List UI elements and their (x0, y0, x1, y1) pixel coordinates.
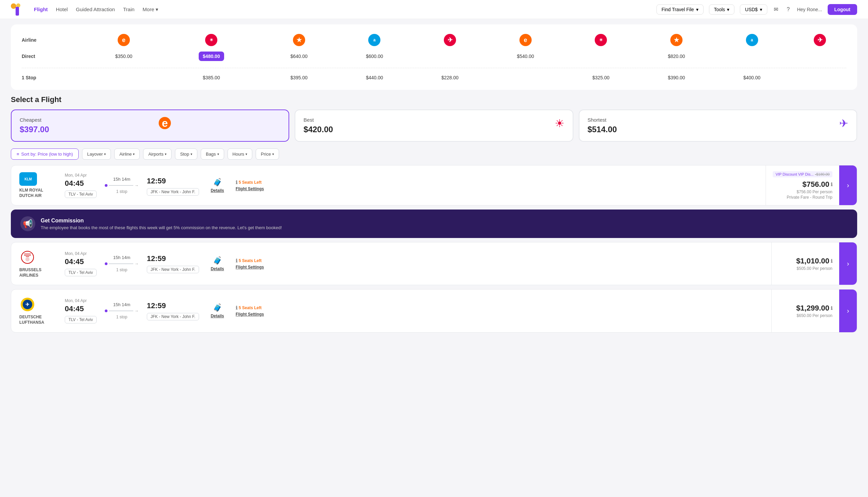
currency-btn[interactable]: USD$ ▾ (740, 4, 767, 15)
flight-settings-2[interactable]: Flight Settings (236, 265, 264, 270)
airline-name-2: BRUSSELSAIRLINES (19, 268, 41, 278)
per-person-2: $505.00 Per person (797, 266, 833, 271)
direct-price-2[interactable]: $480.00 (161, 49, 261, 64)
chevron-down-icon: ▾ (156, 6, 158, 13)
select-flight-btn-3[interactable]: › (839, 289, 857, 332)
logout-button[interactable]: Logout (828, 4, 857, 15)
svg-text:✈: ✈ (26, 302, 29, 307)
airline-header: Airline (18, 31, 86, 49)
main-price-2: $1,010.00 ℹ (796, 257, 833, 266)
direct-price-6[interactable]: $540.00 (487, 49, 563, 64)
mail-icon[interactable]: ✉ (773, 6, 780, 13)
fare-type-1: Private Fare - Round Trip (787, 195, 833, 200)
best-price: $420.00 (303, 125, 333, 134)
line-dot-icon-2 (105, 262, 108, 265)
stop-price-8[interactable]: $390.00 (639, 72, 714, 83)
select-flight-btn-1[interactable]: › (839, 166, 857, 205)
layover-filter[interactable]: Layover▾ (82, 148, 111, 160)
nav-guided[interactable]: Guided Attraction (76, 6, 115, 12)
find-travel-btn[interactable]: Find Travel File ▾ (656, 4, 703, 15)
cheapest-card[interactable]: Cheapest $397.00 e (11, 110, 289, 142)
direct-price-3[interactable]: $640.00 (261, 49, 337, 64)
direct-price-4[interactable]: $600.00 (337, 49, 412, 64)
flight-main-2: BRUSSELSAIRLINES Mon, 04 Apr 04:45 TLV -… (11, 242, 771, 285)
arrow-right-icon-2: → (134, 261, 139, 266)
details-label-1[interactable]: Details (211, 188, 224, 193)
chevron-down-icon: ▾ (696, 7, 698, 12)
airline-logo-9: a (714, 31, 790, 49)
stop-price-4[interactable]: $440.00 (337, 72, 412, 83)
arrow-right-icon: → (134, 183, 139, 188)
direct-price-1[interactable]: $350.00 (86, 49, 162, 64)
user-greeting: Hey Rone... (797, 7, 822, 12)
nav-more[interactable]: More ▾ (143, 6, 158, 13)
arrive-time-1: 12:59 (147, 176, 199, 185)
logo-icon (11, 3, 23, 16)
airline-info-1: KLM KLM ROYALDUTCH AIR (19, 172, 57, 198)
flight-settings-3[interactable]: Flight Settings (236, 312, 264, 317)
details-3[interactable]: 🧳 Details (207, 303, 228, 318)
flight-duration-3: 15h 14m → 1 stop (105, 302, 139, 320)
airline-filter[interactable]: Airline▾ (114, 148, 140, 160)
chevron-down-icon: ▾ (133, 152, 134, 156)
airports-filter[interactable]: Airports▾ (143, 148, 172, 160)
select-flight-section: Select a Flight Cheapest $397.00 e Best … (11, 95, 857, 332)
chevron-down-icon: ▾ (245, 152, 247, 156)
sort-icon: ≡ (17, 152, 19, 157)
tools-btn[interactable]: Tools ▾ (709, 4, 735, 15)
nav-train[interactable]: Train (123, 6, 134, 12)
direct-price-8[interactable]: $820.00 (639, 49, 714, 64)
airline-logo-7: ☀ (563, 31, 639, 49)
stop-price-3[interactable]: $395.00 (261, 72, 337, 83)
stop-price-5[interactable]: $228.00 (412, 72, 488, 83)
details-label-3[interactable]: Details (211, 314, 224, 318)
vip-badge-1: VIP Discount VIP Dis... -$180.00 (773, 171, 833, 177)
shortest-card[interactable]: Shortest $514.00 ✈ (579, 110, 857, 142)
seats-left-2: ℹ 5 Seats Left (236, 258, 261, 264)
flight-settings-1[interactable]: Flight Settings (236, 186, 264, 191)
hours-filter[interactable]: Hours▾ (228, 148, 253, 160)
details-2[interactable]: 🧳 Details (207, 256, 228, 271)
best-label: Best (303, 117, 333, 123)
chevron-down-icon: ▾ (165, 152, 167, 156)
stop-filter[interactable]: Stop▾ (175, 148, 197, 160)
details-1[interactable]: 🧳 Details (207, 178, 228, 193)
flight-main-3: ✈ DEUTSCHELUFTHANSA Mon, 04 Apr 04:45 TL… (11, 289, 771, 332)
price-info-icon-2: ℹ (831, 258, 833, 264)
depart-airport-1: TLV - Tel Aviv (65, 190, 97, 198)
nav-flight[interactable]: Flight (34, 6, 48, 12)
details-label-2[interactable]: Details (211, 267, 224, 271)
duration-text-2: 15h 14m (113, 255, 130, 260)
info-icon-1: ℹ (236, 180, 237, 185)
airline-logo-2: ☀ (161, 31, 261, 49)
nav-hotel[interactable]: Hotel (56, 6, 68, 12)
help-icon[interactable]: ? (785, 6, 792, 13)
bags-filter[interactable]: Bags▾ (201, 148, 224, 160)
filter-bar: ≡ Sort by: Price (low to high) Layover▾ … (11, 148, 857, 160)
best-card[interactable]: Best $420.00 ☀ (295, 110, 573, 142)
shortest-plane-icon: ✈ (839, 117, 848, 130)
commission-content: Get Commission The employee that books t… (41, 218, 282, 230)
duration-text-3: 15h 14m (113, 302, 130, 307)
arrive-times-2: 12:59 JFK - New York - John F. (147, 254, 199, 273)
select-flight-btn-2[interactable]: › (839, 242, 857, 285)
airline-info-2: BRUSSELSAIRLINES (19, 249, 57, 278)
direct-price-9 (714, 49, 790, 64)
klm-logo: KLM (19, 172, 37, 186)
sort-button[interactable]: ≡ Sort by: Price (low to high) (11, 148, 79, 160)
arrive-times-3: 12:59 JFK - New York - John F. (147, 301, 199, 321)
cheapest-price: $397.00 (20, 125, 49, 134)
stop-price-9[interactable]: $400.00 (714, 72, 790, 83)
stop-price-7[interactable]: $325.00 (563, 72, 639, 83)
cheapest-airline-icon: e (159, 117, 171, 129)
price-filter[interactable]: Price▾ (256, 148, 279, 160)
duration-line-2: → (105, 261, 139, 266)
stop-price-2[interactable]: $385.00 (161, 72, 261, 83)
briefcase-icon: 🧳 (213, 178, 222, 187)
flight-date-1: Mon, 04 Apr (65, 173, 97, 178)
nav-right: Find Travel File ▾ Tools ▾ USD$ ▾ ✉ ? He… (656, 4, 857, 15)
airline-logo-8: ★ (639, 31, 714, 49)
direct-price-5 (412, 49, 488, 64)
commission-banner: 📢 Get Commission The employee that books… (11, 210, 857, 238)
logo (11, 3, 23, 16)
